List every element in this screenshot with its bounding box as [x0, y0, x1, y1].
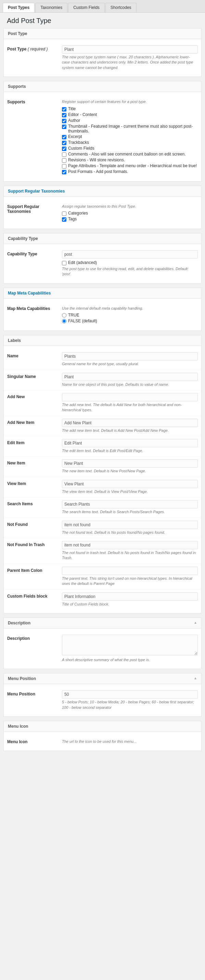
post-type-required: ( required )	[28, 47, 48, 51]
label-new-item-input[interactable]	[62, 459, 198, 468]
label-singular-hint: Name for one object of this post type. D…	[62, 382, 198, 387]
label-edit-item-row: Edit Item The edit item text. Default is…	[4, 436, 201, 456]
taxonomy-checkbox-categories: Categories	[62, 211, 198, 216]
label-singular-row: Singular Name Name for one object of thi…	[4, 370, 201, 390]
supports-checkbox-excerpt-input[interactable]	[62, 135, 66, 139]
supports-checkbox-post-formats-input[interactable]	[62, 170, 66, 174]
label-search-items-label: Search Items	[7, 500, 62, 506]
label-add-new-item-input[interactable]	[62, 419, 198, 427]
label-add-new-input[interactable]	[62, 393, 198, 401]
label-name-field: General name for the post type, usually …	[62, 352, 198, 367]
supports-checkbox-editor-input[interactable]	[62, 113, 66, 118]
supports-checkbox-trackbacks: Trackbacks	[62, 140, 198, 145]
support-regular-taxonomies-hint: Assign regular taxonomies to this Post T…	[62, 204, 198, 209]
label-new-item-hint: The new item text. Default is New Post/N…	[62, 469, 198, 474]
label-view-item-input[interactable]	[62, 480, 198, 488]
capability-type-advanced-input[interactable]	[62, 261, 66, 265]
description-hint: A short descriptive summary of what the …	[62, 657, 198, 662]
supports-checkbox-comments-input[interactable]	[62, 153, 66, 157]
label-add-new-item-field: The add new item text. Default is Add Ne…	[62, 419, 198, 433]
label-add-new-label: Add New	[7, 393, 62, 399]
map-meta-radio-false-input[interactable]	[62, 319, 66, 323]
label-singular-input[interactable]	[62, 373, 198, 381]
label-parent-item-colon-field: The parent text. This string isn't used …	[62, 567, 198, 587]
map-meta-capabilities-section: Map Meta Capabilities Map Meta Capabilit…	[3, 288, 202, 331]
label-add-new-field: The add new text. The default is Add New…	[62, 393, 198, 413]
label-search-items-row: Search Items The search items text. Defa…	[4, 497, 201, 517]
supports-checkbox-title-input[interactable]	[62, 107, 66, 111]
label-new-item-field: The new item text. Default is New Post/N…	[62, 459, 198, 474]
label-add-new-item-row: Add New Item The add new item text. Defa…	[4, 416, 201, 436]
label-parent-item-colon-input[interactable]	[62, 567, 198, 575]
label-search-items-hint: The search items text. Default is Search…	[62, 509, 198, 515]
menu-position-field: 5 - below Posts; 10 - below Media; 20 - …	[62, 690, 198, 710]
label-edit-item-field: The edit item text. Default is Edit Post…	[62, 439, 198, 453]
post-type-hint: The new post type system name ( max. 20 …	[62, 54, 198, 70]
label-name-label: Name	[7, 352, 62, 358]
menu-position-header-label: Menu Position	[8, 676, 36, 681]
supports-checkbox-custom-fields-label: Custom Fields	[68, 146, 95, 151]
supports-checkbox-excerpt-label: Excerpt	[68, 134, 82, 139]
taxonomy-checkbox-tags: Tags	[62, 216, 198, 222]
label-not-found-input[interactable]	[62, 521, 198, 529]
taxonomy-checkbox-categories-input[interactable]	[62, 212, 66, 216]
label-singular-label: Singular Name	[7, 373, 62, 379]
supports-hint: Register support of certain features for…	[62, 99, 198, 104]
taxonomy-checkbox-tags-input[interactable]	[62, 217, 66, 222]
map-meta-capabilities-header: Map Meta Capabilities	[4, 288, 201, 299]
post-type-input[interactable]	[62, 45, 198, 54]
tab-taxonomies[interactable]: Taxonomies	[35, 3, 68, 12]
map-meta-radio-true-label: TRUE	[68, 313, 79, 318]
support-regular-taxonomies-link[interactable]: Support Regular Taxonomies	[8, 189, 65, 194]
menu-icon-field: The url to the icon to be used for this …	[62, 738, 198, 744]
supports-checkbox-page-attributes-input[interactable]	[62, 164, 66, 169]
label-edit-item-input[interactable]	[62, 439, 198, 447]
map-meta-capabilities-label: Map Meta Capabilities	[7, 305, 62, 311]
map-meta-radio-true-input[interactable]	[62, 313, 66, 318]
label-not-found-trash-row: Not Found In Trash The not found in tras…	[4, 538, 201, 564]
label-view-item-hint: The view item text. Default is View Post…	[62, 489, 198, 494]
supports-checkbox-trackbacks-input[interactable]	[62, 141, 66, 145]
supports-checkboxes: Title Editor - Content Author Thumb	[62, 107, 198, 174]
top-nav: Post Types Taxonomies Custom Fields Shor…	[0, 0, 205, 13]
supports-section-header: Supports	[4, 81, 201, 92]
description-textarea[interactable]	[62, 635, 198, 655]
label-custom-fields-block-input[interactable]	[62, 592, 198, 601]
supports-checkbox-revisions-input[interactable]	[62, 158, 66, 163]
post-type-field: The new post type system name ( max. 20 …	[62, 45, 198, 70]
post-type-label: Post Type ( required )	[7, 45, 62, 51]
menu-icon-section: Menu Icon Menu Icon The url to the icon …	[3, 721, 202, 751]
label-name-input[interactable]	[62, 352, 198, 360]
supports-checkbox-thumbnail-input[interactable]	[62, 125, 66, 129]
map-meta-capabilities-link[interactable]: Map Meta Capabilities	[8, 291, 50, 296]
supports-checkbox-custom-fields-input[interactable]	[62, 146, 66, 151]
tab-post-types[interactable]: Post Types	[3, 3, 35, 12]
label-add-new-row: Add New The add new text. The default is…	[4, 390, 201, 416]
menu-position-section-header: Menu Position ▲	[4, 673, 201, 684]
supports-label: Supports	[7, 98, 62, 104]
supports-checkbox-author-input[interactable]	[62, 119, 66, 123]
support-regular-taxonomies-header: Support Regular Taxonomies	[4, 186, 201, 197]
label-new-item-label: New Item	[7, 459, 62, 465]
menu-position-section: Menu Position ▲ Menu Position 5 - below …	[3, 673, 202, 717]
tab-shortcodes[interactable]: Shortcodes	[106, 3, 137, 12]
supports-checkbox-editor-label: Editor - Content	[68, 112, 97, 117]
post-type-row: Post Type ( required ) The new post type…	[4, 43, 201, 73]
menu-position-toggle-icon[interactable]: ▲	[194, 676, 197, 680]
menu-position-input[interactable]	[62, 690, 198, 698]
label-not-found-trash-input[interactable]	[62, 541, 198, 549]
description-toggle-icon[interactable]: ▲	[194, 620, 197, 624]
menu-position-label: Menu Position	[7, 690, 62, 697]
post-type-section-header: Post Type	[4, 29, 201, 39]
supports-checkbox-post-formats: Post Formats - Add post formats.	[62, 169, 198, 174]
label-view-item-field: The view item text. Default is View Post…	[62, 480, 198, 494]
label-view-item-row: View Item The view item text. Default is…	[4, 477, 201, 497]
capability-type-input[interactable]	[62, 250, 198, 258]
label-edit-item-label: Edit Item	[7, 439, 62, 445]
description-section: Description ▲ Description A short descri…	[3, 617, 202, 669]
label-add-new-item-hint: The add new item text. Default is Add Ne…	[62, 428, 198, 433]
label-search-items-input[interactable]	[62, 500, 198, 508]
tab-custom-fields[interactable]: Custom Fields	[68, 3, 105, 12]
supports-checkbox-trackbacks-label: Trackbacks	[68, 140, 89, 145]
description-section-header: Description ▲	[4, 618, 201, 628]
